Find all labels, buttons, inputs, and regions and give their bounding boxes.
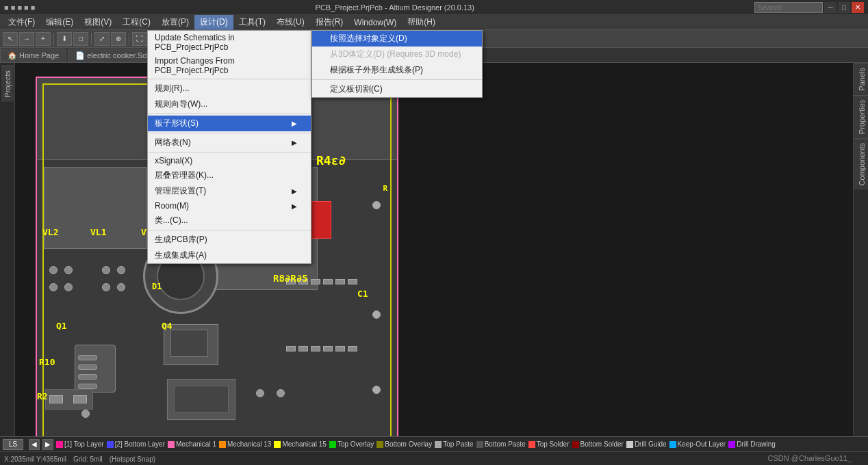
layer-top-overlay[interactable]: Top Overlay	[329, 440, 374, 448]
pad-right-1	[372, 201, 381, 209]
menu-report[interactable]: 报告(R)	[310, 15, 349, 30]
tb-wire[interactable]: ⛶	[132, 32, 147, 46]
components-label[interactable]: Components	[854, 138, 868, 189]
pcb-label-d1: D1	[152, 282, 162, 291]
dm-class[interactable]: 类...(C)...	[148, 213, 311, 228]
menu-route[interactable]: 布线(U)	[271, 15, 310, 30]
layer-dot-keepout	[669, 441, 676, 448]
pad-vl1-3	[102, 283, 110, 291]
menu-view[interactable]: 视图(V)	[79, 15, 117, 30]
q1-pads	[78, 355, 97, 389]
menu-window[interactable]: Window(W)	[348, 15, 402, 30]
dm-board-shape[interactable]: 板子形状(S) ▶	[148, 116, 311, 131]
pcb-label-r10: R10	[39, 357, 55, 367]
layer-dot-drill-guide	[626, 441, 633, 448]
layer-dot-mech15	[274, 441, 281, 448]
tb-add[interactable]: +	[36, 32, 51, 46]
layer-dot-drill-drawing	[728, 441, 735, 448]
layer-drill-guide[interactable]: Drill Guide	[626, 440, 667, 448]
pcb-label-vl2: VL2	[42, 227, 58, 237]
title-bar: ■ ■ ■ ■ ■ PCB_Project.PrjPcb - Altium De…	[0, 0, 868, 15]
layer-dot-bot-solder	[572, 441, 579, 448]
pad-vl2-4	[64, 283, 73, 291]
close-button[interactable]: ✕	[852, 2, 864, 13]
layer-drill-drawing[interactable]: Drill Drawing	[728, 440, 776, 448]
pad-vl1-4	[117, 283, 125, 291]
dm-layer-mgmt[interactable]: 管理层设置(T) ▶	[148, 183, 311, 199]
pad-vl2-2	[64, 266, 73, 274]
layer-top[interactable]: [1] Top Layer	[56, 440, 104, 448]
sm-define-3d[interactable]: 从3D体定义(D) (Requires 3D mode)	[312, 46, 482, 62]
menu-place[interactable]: 放置(P)	[156, 15, 194, 30]
pcb-label-r-right: R	[383, 184, 387, 193]
lower-comp-2	[174, 386, 229, 413]
pad-vl1-2	[117, 266, 125, 274]
pcb-label-c1: C1	[357, 289, 368, 299]
tb-pointer[interactable]: ↖	[3, 32, 18, 46]
pcb-label-r2: R2	[37, 391, 48, 401]
layer-bottom[interactable]: [2] Bottom Layer	[107, 440, 165, 448]
pcb-label-q4: Q4	[162, 321, 173, 331]
maximize-button[interactable]: □	[838, 2, 850, 13]
layer-top-solder[interactable]: Top Solder	[528, 440, 570, 448]
layer-dot-top-paste	[435, 441, 442, 448]
layer-keepout[interactable]: Keep-Out Layer	[669, 440, 726, 448]
sm-define-cutout[interactable]: 定义板切割(C)	[312, 81, 482, 97]
tb-comp[interactable]: □	[73, 32, 88, 46]
properties-label[interactable]: Properties	[854, 95, 868, 138]
layer-dot-top-overlay	[329, 441, 336, 448]
dm-layer-stack[interactable]: 层叠管理器(K)...	[148, 168, 311, 183]
tb-down[interactable]: ⬇	[57, 32, 72, 46]
dm-update-schematics[interactable]: Update Schematics in PCB_Project.PrjPcb	[148, 31, 311, 54]
layer-top-paste[interactable]: Top Paste	[435, 440, 473, 448]
layer-mech13[interactable]: Mechanical 13	[219, 440, 271, 448]
menu-design[interactable]: 设计(D)	[194, 15, 233, 30]
dm-netlist[interactable]: 网络表(N) ▶	[148, 135, 311, 150]
canvas-area[interactable]: VL2 VL1 VTH1 C2 U1 Q1 Q4 D1 R4ε∂ R8∂R∂5 …	[15, 63, 853, 436]
tb-pin[interactable]: ⊕	[111, 32, 126, 46]
window-title: PCB_Project.PrjPcb - Altium Designer (20…	[316, 3, 474, 12]
panels-label[interactable]: Panels	[854, 63, 868, 95]
menu-tools[interactable]: 工具(T)	[233, 15, 271, 30]
menu-help[interactable]: 帮助(H)	[402, 15, 441, 30]
menu-project[interactable]: 工程(C)	[117, 15, 156, 30]
tb-route[interactable]: →	[19, 32, 34, 46]
dm-room[interactable]: Room(M) ▶	[148, 199, 311, 213]
dm-gen-pcb-lib[interactable]: 生成PCB库(P)	[148, 232, 311, 248]
layer-dot-mech13	[219, 441, 226, 448]
ls-button[interactable]: LS	[3, 439, 23, 450]
nav-left[interactable]: ◀	[29, 439, 40, 450]
layer-mech15[interactable]: Mechanical 15	[274, 440, 326, 448]
window-controls[interactable]: ─ □ ✕	[754, 2, 864, 13]
menu-file[interactable]: 文件(F)	[3, 15, 40, 30]
dm-rules[interactable]: 规则(R)...	[148, 81, 311, 96]
dm-import-changes[interactable]: Import Changes From PCB_Project.PrjPcb	[148, 54, 311, 77]
tab-home[interactable]: 🏠 Home Page	[0, 49, 66, 62]
layer-bot-paste[interactable]: Bottom Paste	[476, 440, 526, 448]
search-input[interactable]	[754, 2, 823, 13]
dm-xsignal[interactable]: xSignal(X)	[148, 154, 311, 168]
projects-panel-label[interactable]: Projects	[1, 66, 14, 102]
grid-info: Grid: 5mil	[73, 455, 103, 463]
r2-area	[45, 389, 93, 410]
layer-mech1[interactable]: Mechanical 1	[168, 440, 216, 448]
menu-edit[interactable]: 编辑(E)	[40, 15, 79, 30]
nav-right[interactable]: ▶	[42, 439, 53, 450]
dm-rules-wizard[interactable]: 规则向导(W)...	[148, 96, 311, 112]
coord-bar: X:2035mil Y:4365mil Grid: 5mil (Hotspot …	[0, 452, 868, 465]
pad-vl1-1	[102, 266, 110, 274]
sm-define-from-sel[interactable]: 按照选择对象定义(D)	[312, 31, 482, 46]
sm-gen-lines[interactable]: 根据板子外形生成线条(P)	[312, 62, 482, 78]
layer-dot-bot-overlay	[376, 441, 383, 448]
layer-bar: LS ◀ ▶ [1] Top Layer [2] Bottom Layer Me…	[0, 437, 868, 452]
right-panel: Panels Properties Components	[853, 63, 868, 436]
layer-bot-solder[interactable]: Bottom Solder	[572, 440, 624, 448]
pad-right-3	[372, 386, 381, 394]
pad-lower-1	[256, 389, 264, 397]
minimize-button[interactable]: ─	[824, 2, 837, 13]
layer-bot-overlay[interactable]: Bottom Overlay	[376, 440, 432, 448]
dm-gen-int-lib[interactable]: 生成集成库(A)	[148, 248, 311, 263]
tb-move[interactable]: ⤢	[94, 32, 110, 46]
q4-inner	[170, 330, 208, 357]
title-icons: ■ ■ ■ ■ ■	[4, 3, 35, 12]
